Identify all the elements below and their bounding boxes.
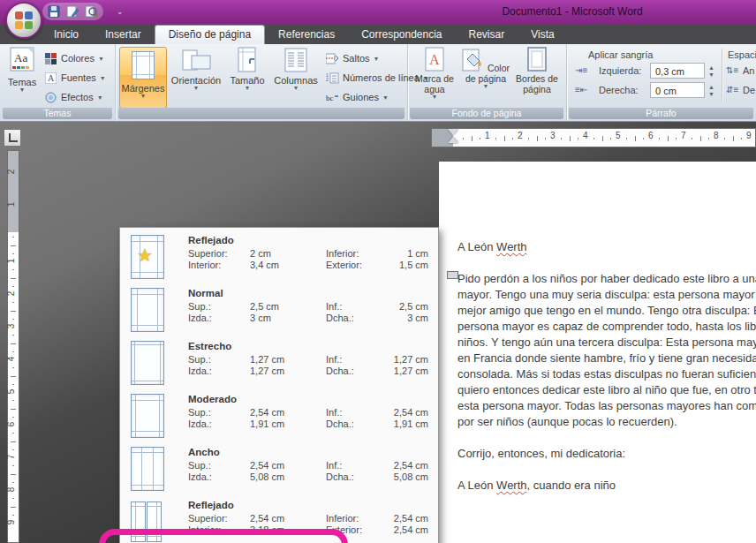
preset-label: Sup.: [188, 301, 246, 312]
svg-text:2: 2 [326, 77, 329, 82]
indent-right-spinner[interactable]: ▲▼ [706, 82, 717, 98]
chevron-down-icon: ▼ [3, 87, 42, 93]
group-label-configurar-pagina[interactable] [118, 108, 404, 119]
ruler-number: 1 [6, 202, 16, 207]
undo-icon[interactable] [66, 5, 79, 18]
tab-vista[interactable]: Vista [518, 25, 567, 44]
tab-referencias[interactable]: Referencias [265, 25, 348, 44]
group-label-temas[interactable]: Temas [3, 108, 112, 119]
tab-stop-selector[interactable] [4, 129, 21, 147]
fonts-label: Fuentes [61, 72, 96, 83]
theme-fonts-icon: A [44, 72, 57, 85]
document-page[interactable]: A León Werth Pido perdón a los niños por… [439, 162, 756, 543]
preset-value: 2,54 cm [250, 460, 314, 471]
spacing-before-label: An [743, 65, 754, 76]
margin-preset-estrecho[interactable]: Estrecho Sup.: 1,27 cm Inf.: 1,27 cm Izd… [121, 338, 437, 391]
hanging-indent-marker[interactable] [448, 137, 458, 143]
page-borders-button[interactable]: Bordes de página [512, 47, 562, 107]
tab-diseno-de-pagina[interactable]: Diseño de página [155, 25, 265, 44]
vertical-ruler[interactable]: 21123456789 [7, 150, 19, 543]
margins-icon [132, 51, 155, 79]
columns-button[interactable]: Columnas ▼ [271, 47, 321, 107]
preset-name: Reflejado [188, 235, 234, 245]
ruler-number: 4 [583, 131, 588, 140]
effects-label: Efectos [61, 92, 94, 102]
ruler-number: 5 [616, 131, 621, 140]
indent-left-input[interactable]: 0,3 cm [650, 63, 705, 79]
ruler-number: 2 [518, 131, 523, 140]
tab-inicio[interactable]: Inicio [41, 25, 92, 44]
tab-correspondencia[interactable]: Correspondencia [348, 25, 455, 44]
office-logo-icon [15, 11, 33, 29]
indent-right-input[interactable]: 0 cm [650, 82, 705, 98]
left-tab-icon [9, 133, 18, 142]
margin-preset-normal-icon [131, 288, 164, 332]
colors-button[interactable]: Colores▼ [44, 49, 104, 67]
group-label-parrafo[interactable]: Párrafo [569, 108, 753, 119]
dedication-line: A León Werth [457, 239, 756, 255]
ruler-number: 7 [681, 131, 686, 140]
preset-name: Estrecho [188, 341, 231, 351]
spacing-header: Espacia [728, 49, 756, 60]
preset-value: 2,54 cm [382, 524, 428, 535]
effects-button[interactable]: Efectos▼ [44, 88, 103, 106]
margin-preset-moderado[interactable]: Moderado Sup.: 2,54 cm Inf.: 2,54 cm Izd… [121, 391, 437, 444]
preset-value: 1,27 cm [250, 366, 314, 376]
watermark-icon: A [424, 63, 445, 73]
theme-colors-icon [44, 52, 57, 65]
breaks-button[interactable]: Saltos▼ [326, 49, 380, 67]
preset-label: Izda.: [188, 366, 246, 376]
margin-preset-reflejado-last[interactable]: ★ Reflejado Superior: 2 cm Inferior: 1 c… [121, 232, 437, 285]
office-button[interactable] [5, 2, 42, 39]
watermark-button[interactable]: A Marca de agua ▼ [410, 47, 459, 107]
preset-label: Izda.: [188, 313, 246, 323]
ruler-number: 2 [6, 291, 16, 297]
line-numbers-icon: 12 [326, 72, 339, 85]
save-icon[interactable] [48, 5, 60, 18]
preset-label: Dcha.: [326, 366, 381, 376]
colors-label: Colores [61, 53, 94, 64]
indent-right-icon: ≡⇤ [575, 84, 589, 96]
page-color-button[interactable]: Color de página ▼ [461, 47, 510, 107]
page-color-icon [462, 63, 485, 73]
preset-name: Ancho [188, 447, 220, 457]
first-line-indent-marker[interactable] [448, 129, 458, 135]
group-label-fondo-de-pagina[interactable]: Fondo de página [410, 108, 563, 119]
preset-label: Interior: [188, 260, 246, 270]
indent-right-label: Derecha: [599, 85, 639, 95]
group-parrafo: Aplicar sangría ⇥≡ Izquierda: 0,3 cm ▲▼ … [566, 44, 756, 121]
preset-value: 3 cm [382, 313, 428, 323]
orientation-button[interactable]: Orientación ▼ [169, 47, 223, 107]
print-preview-icon[interactable] [85, 5, 98, 18]
margins-button[interactable]: Márgenes ▼ [119, 47, 167, 109]
preset-value: 2,54 cm [250, 513, 314, 524]
window-title: Documento1 - Microsoft Word [389, 5, 756, 18]
group-temas: Aa Temas ▼ Colores▼ A Fuentes▼ Efectos▼ … [0, 44, 116, 121]
preset-label: Izda.: [188, 419, 246, 429]
ruler-number: 7 [6, 455, 16, 460]
fonts-button[interactable]: A Fuentes▼ [44, 69, 106, 87]
themes-button[interactable]: Aa Temas ▼ [3, 47, 42, 107]
size-button[interactable]: Tamaño ▼ [225, 47, 269, 107]
chevron-down-icon: ▼ [225, 86, 269, 91]
preset-label: Inf.: [326, 407, 381, 418]
document-text[interactable]: A León Werth Pido perdón a los niños por… [457, 239, 756, 509]
margin-preset-ancho[interactable]: Ancho Sup.: 2,54 cm Inf.: 2,54 cm Izda.:… [121, 444, 437, 497]
horizontal-ruler[interactable]: 123456789 [431, 128, 756, 147]
ruler-number: 1 [485, 131, 490, 140]
indent-left-spinner[interactable]: ▲▼ [706, 63, 717, 79]
preset-name: Reflejado [188, 500, 234, 510]
tab-revisar[interactable]: Revisar [456, 25, 518, 44]
preset-label: Sup.: [188, 460, 246, 471]
breaks-label: Saltos [343, 53, 370, 64]
tab-insertar[interactable]: Insertar [92, 25, 155, 44]
margin-preset-normal[interactable]: Normal Sup.: 2,5 cm Inf.: 2,5 cm Izda.: … [121, 285, 437, 338]
qat-customize-chevron-icon[interactable]: ⌄ [117, 7, 124, 16]
left-indent-marker[interactable] [447, 271, 458, 279]
ruler-number: 8 [714, 131, 719, 140]
ruler-margin-area [8, 151, 19, 232]
hyphenation-button[interactable]: bc Guiones▼ [326, 88, 389, 106]
ruler-number: 3 [550, 131, 556, 140]
preset-label: Superior: [188, 513, 246, 524]
preset-label: Inferior: [326, 248, 381, 259]
